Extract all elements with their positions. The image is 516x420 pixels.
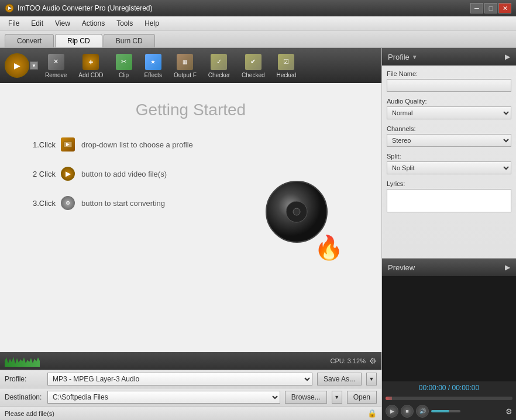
file-name-group: File Name: bbox=[387, 70, 511, 92]
close-button[interactable]: ✕ bbox=[498, 3, 511, 13]
toolbar: ▼ ✕ Remove + Add CDD ✂ Clip bbox=[0, 48, 381, 83]
step-3-text: button to start converting bbox=[81, 199, 165, 208]
menu-help[interactable]: Help bbox=[139, 18, 165, 29]
status-area: CPU: 3.12% ⚙ bbox=[0, 352, 381, 370]
menu-actions[interactable]: Actions bbox=[76, 18, 111, 29]
toolbar-output-btn[interactable]: ▦ Output F bbox=[169, 51, 201, 81]
volume-button[interactable]: 🔊 bbox=[416, 405, 429, 418]
checked-icon-shape: ✔ bbox=[245, 54, 262, 70]
file-name-input[interactable] bbox=[387, 79, 511, 92]
status-message: Please add file(s) bbox=[5, 410, 54, 417]
bottom-status-bar: Please add file(s) 🔒 bbox=[0, 406, 381, 420]
minimize-button[interactable]: ─ bbox=[470, 3, 483, 13]
toolbar-checker-btn[interactable]: ✓ Checker bbox=[204, 51, 235, 81]
tab-rip-cd[interactable]: Rip CD bbox=[55, 34, 102, 47]
profile-play-button[interactable] bbox=[5, 53, 29, 78]
toolbar-add-cdd-btn[interactable]: + Add CDD bbox=[74, 51, 108, 81]
open-button[interactable]: Open bbox=[347, 391, 377, 404]
progress-bar[interactable] bbox=[386, 397, 512, 400]
split-select[interactable]: No Split By Size By Time bbox=[387, 161, 511, 174]
toolbar-effects-btn[interactable]: ★ Effects bbox=[140, 51, 167, 81]
right-panel: Profile ▼ ▶ File Name: Audio Quality: No… bbox=[381, 48, 516, 420]
content-area: ▼ ✕ Remove + Add CDD ✂ Clip bbox=[0, 48, 381, 420]
preview-controls: ▶ ■ 🔊 ⚙ bbox=[382, 402, 516, 420]
channels-select[interactable]: Stereo Mono bbox=[387, 134, 511, 147]
time-current: 00:00:00 bbox=[419, 384, 446, 392]
clip-label: Clip bbox=[119, 72, 129, 78]
preview-body bbox=[382, 276, 516, 381]
svg-point-7 bbox=[293, 208, 300, 215]
checker-icon-shape: ✓ bbox=[211, 54, 227, 70]
destination-more-button[interactable]: ▼ bbox=[332, 391, 342, 404]
preview-title: Preview bbox=[388, 263, 415, 272]
panel-scroll-area: File Name: Audio Quality: Normal High Lo… bbox=[382, 66, 516, 258]
time-separator: / bbox=[448, 384, 452, 392]
clip-icon-shape: ✂ bbox=[116, 54, 132, 70]
cd-decoration: 🔥 bbox=[264, 180, 335, 256]
remove-label: Remove bbox=[45, 72, 67, 78]
profile-bar: Profile: MP3 - MPEG Layer-3 Audio Save A… bbox=[0, 370, 381, 388]
toolbar-hecked-btn[interactable]: ☑ Hecked bbox=[272, 51, 301, 81]
split-label: Split: bbox=[387, 153, 511, 160]
lyrics-label: Lyrics: bbox=[387, 180, 511, 187]
profile-dropdown-arrow[interactable]: ▼ bbox=[30, 61, 38, 70]
toolbar-remove-btn[interactable]: ✕ Remove bbox=[40, 51, 71, 81]
toolbar-clip-btn[interactable]: ✂ Clip bbox=[111, 51, 137, 81]
step-1: 1.Click drop-down list to choose a profi… bbox=[23, 137, 358, 152]
save-as-button[interactable]: Save As... bbox=[317, 373, 362, 385]
remove-icon-shape: ✕ bbox=[48, 54, 64, 70]
step-2-add-icon: ▶ bbox=[61, 167, 75, 181]
profile-select[interactable]: MP3 - MPEG Layer-3 Audio bbox=[47, 373, 312, 385]
step-1-profile-icon bbox=[61, 137, 75, 152]
preview-expand-icon[interactable]: ▶ bbox=[505, 263, 510, 271]
effects-icon: ★ bbox=[145, 53, 162, 71]
profile-label: Profile: bbox=[5, 375, 43, 383]
profile-more-button[interactable]: ▼ bbox=[366, 373, 377, 385]
tab-bar: Convert Rip CD Burn CD bbox=[0, 30, 516, 48]
volume-slider[interactable] bbox=[431, 410, 460, 412]
destination-label: Destination: bbox=[5, 393, 43, 401]
split-group: Split: No Split By Size By Time bbox=[387, 153, 511, 174]
step-3-convert-icon: ⚙ bbox=[61, 196, 75, 210]
lock-icon[interactable]: 🔒 bbox=[367, 409, 377, 418]
tab-convert[interactable]: Convert bbox=[5, 34, 54, 47]
step-1-number: 1.Click bbox=[23, 140, 56, 149]
step-2-number: 2 Click bbox=[23, 170, 56, 178]
checked-icon: ✔ bbox=[245, 53, 262, 71]
cpu-text: CPU: 3.12% bbox=[330, 357, 366, 364]
step-1-icon bbox=[60, 137, 75, 152]
menu-tools[interactable]: Tools bbox=[111, 18, 139, 29]
audio-quality-select[interactable]: Normal High Low bbox=[387, 106, 511, 119]
settings-icon[interactable]: ⚙ bbox=[369, 356, 377, 366]
lyrics-textarea[interactable] bbox=[387, 189, 511, 212]
preview-header: Preview ▶ bbox=[382, 259, 516, 276]
browse-button[interactable]: Browse... bbox=[285, 391, 327, 404]
clip-icon: ✂ bbox=[115, 53, 133, 71]
panel-expand-icon[interactable]: ▶ bbox=[505, 53, 510, 61]
channels-group: Channels: Stereo Mono bbox=[387, 125, 511, 147]
tab-burn-cd[interactable]: Burn CD bbox=[104, 34, 155, 47]
channels-label: Channels: bbox=[387, 125, 511, 132]
restore-button[interactable]: □ bbox=[484, 3, 497, 13]
stop-button[interactable]: ■ bbox=[401, 405, 414, 418]
time-total: 00:00:00 bbox=[452, 384, 480, 392]
checked-label: Checked bbox=[242, 72, 264, 78]
progress-bar-container[interactable] bbox=[382, 394, 516, 402]
toolbar-checked-btn[interactable]: ✔ Checked bbox=[237, 51, 269, 81]
menu-file[interactable]: File bbox=[2, 18, 25, 29]
menu-edit[interactable]: Edit bbox=[25, 18, 49, 29]
add-cdd-icon-shape: + bbox=[82, 54, 99, 70]
waveform-display bbox=[5, 355, 40, 367]
menu-bar: File Edit View Actions Tools Help bbox=[0, 16, 516, 30]
toolbar-profile-group: ▼ bbox=[5, 53, 38, 78]
destination-select[interactable]: C:\Softpedia Files bbox=[47, 391, 280, 404]
remove-icon: ✕ bbox=[47, 53, 65, 71]
menu-view[interactable]: View bbox=[49, 18, 76, 29]
step-1-text: drop-down list to choose a profile bbox=[81, 140, 193, 149]
panel-dropdown-icon[interactable]: ▼ bbox=[412, 54, 418, 60]
step-2-icon: ▶ bbox=[60, 166, 75, 181]
step-3-number: 3.Click bbox=[23, 199, 56, 208]
audio-settings-icon[interactable]: ⚙ bbox=[505, 407, 512, 416]
play-button[interactable]: ▶ bbox=[386, 405, 398, 418]
cd-flame-icon: 🔥 bbox=[314, 234, 343, 261]
